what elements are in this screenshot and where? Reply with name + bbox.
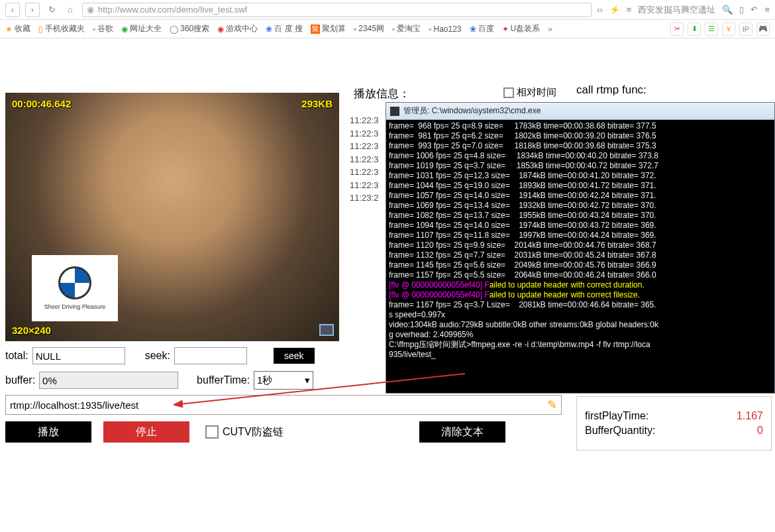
- stream-url-text: rtmp://localhost:1935/live/test: [10, 399, 138, 411]
- timestamp-item: 11:23:2: [350, 191, 378, 205]
- antileech-checkbox[interactable]: [205, 425, 219, 439]
- video-player: Sheer Driving Pleasure 00:00:46.642 293K…: [5, 93, 339, 341]
- total-input[interactable]: [32, 347, 125, 364]
- seek-button[interactable]: seek: [274, 348, 315, 364]
- timestamp-item: 11:22:3: [350, 179, 378, 192]
- buffer-input[interactable]: [39, 372, 178, 389]
- ext-game-icon[interactable]: 🎮: [756, 23, 770, 36]
- seek-input[interactable]: [174, 347, 247, 364]
- overflow-icon[interactable]: »: [548, 25, 552, 34]
- globe-icon: ◉: [87, 5, 94, 15]
- cmd-icon: [390, 107, 399, 116]
- bookmark-item[interactable]: ❀百度: [470, 23, 494, 34]
- mobile-icon[interactable]: ▯: [739, 5, 744, 15]
- playback-info-label: 播放信息：: [354, 86, 410, 101]
- bookmark-item[interactable]: 聚聚划算: [311, 23, 346, 34]
- relative-time-checkbox[interactable]: [503, 87, 514, 98]
- seek-label: seek:: [145, 350, 170, 362]
- bookmark-item[interactable]: ▫谷歌: [93, 23, 113, 34]
- cmd-title-text: 管理员: C:\windows\system32\cmd.exe: [403, 105, 541, 117]
- bufferquantity-value: 0: [757, 425, 763, 437]
- refresh-button[interactable]: ↻: [45, 3, 58, 17]
- bookmarks-bar: ★收藏 ▯手机收藏夹 ▫谷歌 ◉网址大全 ◯360搜索 ◉游戏中心 ❀百 度 搜…: [0, 20, 775, 38]
- play-button[interactable]: 播放: [5, 421, 91, 443]
- ext-ip-icon[interactable]: IP: [739, 23, 752, 36]
- relative-time-option: 相对时间: [503, 86, 556, 99]
- search-icon[interactable]: 🔍: [722, 5, 733, 15]
- clear-text-button[interactable]: 清除文本: [419, 421, 505, 443]
- video-resolution-overlay: 320×240: [12, 325, 51, 336]
- bufferquantity-label: BufferQuantity:: [585, 425, 655, 437]
- undo-icon[interactable]: ↶: [750, 5, 758, 15]
- page-icon: ▫: [429, 25, 431, 34]
- browser-toolbar: ‹ › ↻ ⌂ ◉ http://www.cutv.com/demo/live_…: [0, 0, 775, 20]
- bookmark-item[interactable]: ✦U盘装系: [502, 23, 541, 34]
- timestamp-item: 11:22:3: [350, 114, 378, 127]
- ext-scissors-icon[interactable]: ✂: [670, 23, 684, 36]
- antileech-label: CUTV防盗链: [223, 425, 284, 439]
- cmd-titlebar[interactable]: 管理员: C:\windows\system32\cmd.exe: [386, 103, 774, 120]
- menu-icon[interactable]: ≡: [627, 5, 632, 15]
- control-row-1: total: seek: seek: [5, 347, 315, 364]
- cmd-window: 管理员: C:\windows\system32\cmd.exe frame= …: [386, 102, 775, 394]
- timestamp-item: 11:22:3: [350, 127, 378, 140]
- bmw-logo: Sheer Driving Pleasure: [32, 255, 118, 321]
- timestamp-list: 11:22:3 11:22:3 11:22:3 11:22:3 11:22:3 …: [350, 114, 378, 205]
- control-row-2: buffer: bufferTime: 1秒 ▾: [5, 371, 313, 390]
- ext-money-icon[interactable]: ¥: [722, 23, 735, 36]
- bookmark-item[interactable]: ▫Hao123: [429, 25, 461, 34]
- bookmark-item[interactable]: ▫2345网: [354, 23, 384, 34]
- more-icon[interactable]: ≡: [764, 5, 770, 15]
- phone-icon: ▯: [38, 25, 43, 34]
- bookmark-item[interactable]: ▯手机收藏夹: [38, 23, 85, 34]
- paw-icon: ❀: [470, 25, 476, 34]
- firstplaytime-value: 1.167: [737, 410, 763, 422]
- timestamp-item: 11:22:3: [350, 166, 378, 179]
- forward-button[interactable]: ›: [25, 3, 40, 17]
- video-time-overlay: 00:00:46.642: [12, 98, 71, 109]
- paw-icon: ❀: [266, 25, 272, 34]
- ext-down-icon[interactable]: ⬇: [688, 23, 701, 36]
- bookmark-item[interactable]: ▫爱淘宝: [392, 23, 421, 34]
- edit-icon[interactable]: ✎: [547, 398, 557, 412]
- ext-note-icon[interactable]: ☰: [705, 23, 718, 36]
- antileech-option: CUTV防盗链: [205, 425, 284, 439]
- search-placeholder[interactable]: 西安发掘马腾空遗址: [638, 4, 715, 16]
- stats-panel: firstPlayTime: 1.167 BufferQuantity: 0: [576, 396, 772, 451]
- firstplaytime-label: firstPlayTime:: [585, 410, 648, 422]
- bolt-icon[interactable]: ⚡: [609, 5, 620, 15]
- url-text: http://www.cutv.com/demo/live_test.swf: [98, 5, 247, 15]
- fullscreen-icon[interactable]: [319, 324, 334, 336]
- page-icon: ▫: [93, 25, 95, 34]
- chevron-down-icon: ▾: [305, 374, 310, 386]
- stream-url-input[interactable]: rtmp://localhost:1935/live/test ✎: [5, 395, 562, 415]
- cmd-output[interactable]: frame= 968 fps= 25 q=8.9 size= 1783kB ti…: [386, 120, 774, 393]
- globe-icon: ◉: [121, 25, 128, 34]
- page-icon: ▫: [392, 25, 395, 34]
- call-rtmp-label: call rtmp func:: [576, 83, 646, 97]
- bookmark-item[interactable]: ◉游戏中心: [217, 23, 258, 34]
- bookmark-item[interactable]: ◯360搜索: [170, 23, 209, 34]
- total-label: total:: [5, 350, 28, 362]
- bookmark-item[interactable]: ◉网址大全: [121, 23, 162, 34]
- relative-time-label: 相对时间: [517, 86, 556, 99]
- timestamp-item: 11:22:3: [350, 153, 378, 166]
- bookmark-item[interactable]: ★收藏: [5, 23, 30, 34]
- share-icon[interactable]: ‹›: [597, 5, 603, 15]
- stop-button[interactable]: 停止: [103, 421, 189, 443]
- back-button[interactable]: ‹: [5, 3, 20, 17]
- game-icon: ◉: [217, 25, 224, 34]
- address-bar[interactable]: ◉ http://www.cutv.com/demo/live_test.swf: [82, 3, 592, 17]
- timestamp-item: 11:22:3: [350, 140, 378, 153]
- buffertime-select[interactable]: 1秒 ▾: [254, 371, 313, 390]
- extension-icons: ✂ ⬇ ☰ ¥ IP 🎮: [670, 23, 770, 36]
- bmw-roundel-icon: [58, 266, 91, 299]
- button-row: 播放 停止 CUTV防盗链 清除文本: [5, 421, 284, 443]
- star-icon: ★: [5, 25, 13, 34]
- video-size-overlay: 293KB: [301, 98, 333, 109]
- buffertime-label: bufferTime:: [197, 374, 250, 386]
- logo-caption: Sheer Driving Pleasure: [44, 303, 106, 310]
- bookmark-item[interactable]: ❀百 度 搜: [266, 23, 303, 34]
- buffer-label: buffer:: [5, 374, 35, 386]
- home-button[interactable]: ⌂: [64, 3, 77, 17]
